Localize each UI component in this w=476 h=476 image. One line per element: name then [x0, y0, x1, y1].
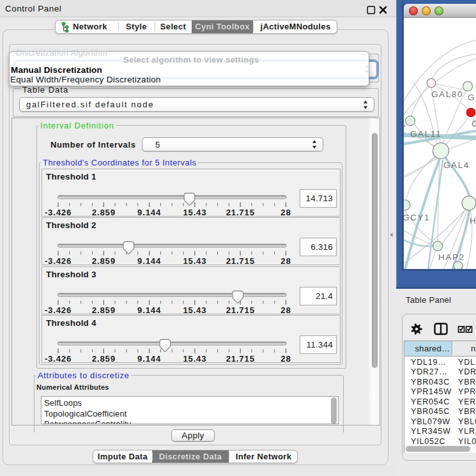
svg-text:28: 28	[280, 305, 291, 314]
svg-text:GAL4: GAL4	[443, 160, 470, 170]
svg-text:9.144: 9.144	[137, 353, 161, 363]
svg-text:15.43: 15.43	[183, 305, 206, 314]
svg-text:2.859: 2.859	[92, 207, 116, 217]
svg-text:15.43: 15.43	[183, 256, 206, 265]
svg-text:28: 28	[280, 207, 291, 217]
svg-text:21.715: 21.715	[226, 353, 255, 363]
svg-text:21.715: 21.715	[226, 256, 255, 265]
svg-text:9.144: 9.144	[137, 256, 161, 265]
svg-text:2.859: 2.859	[92, 256, 116, 265]
svg-text:-3.426: -3.426	[45, 305, 72, 314]
svg-text:GCY1: GCY1	[404, 213, 430, 222]
svg-text:GAL80: GAL80	[431, 89, 463, 99]
svg-text:H: H	[470, 216, 476, 226]
svg-text:15.43: 15.43	[183, 353, 206, 363]
svg-text:G.: G.	[468, 93, 476, 102]
svg-text:C: C	[472, 119, 476, 128]
svg-text:28: 28	[280, 256, 291, 265]
svg-text:2.859: 2.859	[92, 305, 116, 314]
svg-text:9.144: 9.144	[137, 207, 161, 217]
svg-text:9.144: 9.144	[137, 305, 161, 314]
svg-text:2.859: 2.859	[92, 353, 116, 363]
svg-text:-3.426: -3.426	[45, 207, 72, 217]
svg-text:15.43: 15.43	[183, 207, 206, 217]
svg-text:HAP2: HAP2	[438, 252, 465, 262]
svg-text:GAL11: GAL11	[410, 129, 441, 139]
svg-text:21.715: 21.715	[226, 305, 255, 314]
svg-text:21.715: 21.715	[226, 207, 255, 217]
svg-text:28: 28	[280, 353, 291, 363]
svg-text:-3.426: -3.426	[45, 256, 72, 265]
svg-text:-3.426: -3.426	[45, 353, 72, 363]
